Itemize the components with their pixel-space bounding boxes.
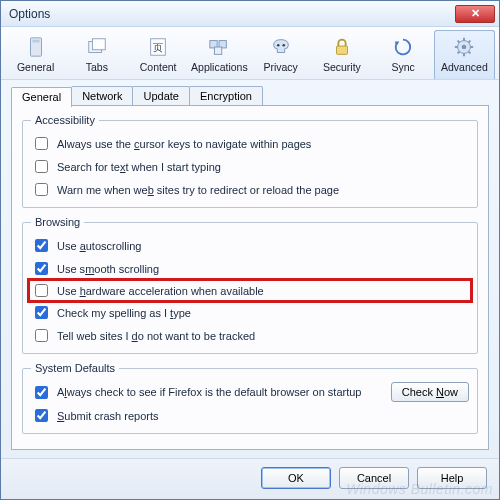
gear-icon [450, 35, 478, 59]
tab-label: Network [82, 90, 122, 102]
checkbox[interactable] [35, 160, 48, 173]
svg-rect-8 [215, 47, 222, 54]
tab-encryption[interactable]: Encryption [189, 86, 263, 106]
group-system-defaults: System Defaults Always check to see if F… [22, 362, 478, 434]
content-icon: 页 [144, 35, 172, 59]
checkbox-label[interactable]: Use autoscrolling [57, 240, 141, 252]
tabs-icon [83, 35, 111, 59]
toolbar-label: Tabs [86, 61, 108, 73]
checkbox[interactable] [35, 239, 48, 252]
opt-do-not-track: Tell web sites I do not want to be track… [31, 324, 469, 347]
toolbar-item-general[interactable]: General [5, 30, 66, 79]
opt-search-text: Search for text when I start typing [31, 155, 469, 178]
svg-rect-11 [336, 46, 347, 54]
checkbox-label[interactable]: Use smooth scrolling [57, 263, 159, 275]
toolbar-item-tabs[interactable]: Tabs [66, 30, 127, 79]
checkbox-label[interactable]: Use hardware acceleration when available [57, 285, 264, 297]
svg-rect-1 [32, 40, 39, 43]
toolbar-item-applications[interactable]: Applications [189, 30, 250, 79]
svg-point-10 [282, 44, 285, 47]
tab-label: Update [143, 90, 178, 102]
general-icon [22, 35, 50, 59]
checkbox-label[interactable]: Always check to see if Firefox is the de… [57, 386, 362, 398]
toolbar-item-content[interactable]: 页 Content [128, 30, 189, 79]
svg-line-22 [469, 41, 471, 43]
toolbar-label: General [17, 61, 54, 73]
group-legend: Accessibility [31, 114, 99, 126]
opt-hardware-acceleration: Use hardware acceleration when available [29, 280, 471, 301]
opt-default-browser: Always check to see if Firefox is the de… [31, 380, 469, 404]
checkbox-label[interactable]: Search for text when I start typing [57, 161, 221, 173]
group-legend: Browsing [31, 216, 84, 228]
toolbar-item-security[interactable]: Security [311, 30, 372, 79]
checkbox[interactable] [35, 386, 48, 399]
opt-check-spelling: Check my spelling as I type [31, 301, 469, 324]
svg-line-19 [458, 41, 460, 43]
category-toolbar: General Tabs 页 Content Applications Priv… [1, 27, 499, 80]
checkbox-label[interactable]: Always use the cursor keys to navigate w… [57, 138, 311, 150]
window-title: Options [9, 7, 50, 21]
opt-warn-redirect: Warn me when web sites try to redirect o… [31, 178, 469, 201]
svg-text:页: 页 [153, 42, 163, 53]
toolbar-item-privacy[interactable]: Privacy [250, 30, 311, 79]
toolbar-item-sync[interactable]: Sync [373, 30, 434, 79]
options-window: Options ✕ General Tabs 页 Content [0, 0, 500, 500]
lock-icon [328, 35, 356, 59]
group-legend: System Defaults [31, 362, 119, 374]
svg-line-20 [469, 52, 471, 54]
subtabs: General Network Update Encryption [11, 86, 489, 106]
checkbox-label[interactable]: Check my spelling as I type [57, 307, 191, 319]
toolbar-label: Privacy [263, 61, 297, 73]
applications-icon [205, 35, 233, 59]
toolbar-item-advanced[interactable]: Advanced [434, 30, 495, 79]
watermark: Windows Bulletin.com [346, 481, 493, 497]
checkbox-label[interactable]: Tell web sites I do not want to be track… [57, 330, 255, 342]
toolbar-label: Security [323, 61, 361, 73]
checkbox[interactable] [35, 306, 48, 319]
tab-label: General [22, 91, 61, 103]
ok-button[interactable]: OK [261, 467, 331, 489]
toolbar-label: Sync [391, 61, 414, 73]
body: General Network Update Encryption Access… [1, 80, 499, 458]
checkbox[interactable] [35, 409, 48, 422]
checkbox-label[interactable]: Submit crash reports [57, 410, 159, 422]
opt-autoscrolling: Use autoscrolling [31, 234, 469, 257]
svg-line-21 [458, 52, 460, 54]
opt-cursor-keys: Always use the cursor keys to navigate w… [31, 132, 469, 155]
check-now-button[interactable]: Check Now [391, 382, 469, 402]
window-buttons: ✕ [455, 5, 495, 23]
svg-point-14 [462, 45, 467, 50]
panel-general: Accessibility Always use the cursor keys… [11, 105, 489, 450]
group-accessibility: Accessibility Always use the cursor keys… [22, 114, 478, 208]
svg-rect-3 [92, 39, 105, 50]
checkbox[interactable] [35, 329, 48, 342]
checkbox[interactable] [35, 183, 48, 196]
toolbar-label: Advanced [441, 61, 488, 73]
tab-label: Encryption [200, 90, 252, 102]
tab-update[interactable]: Update [132, 86, 189, 106]
sync-icon [389, 35, 417, 59]
opt-crash-reports: Submit crash reports [31, 404, 469, 427]
group-browsing: Browsing Use autoscrolling Use smooth sc… [22, 216, 478, 354]
titlebar: Options ✕ [1, 1, 499, 27]
checkbox[interactable] [35, 284, 48, 297]
checkbox[interactable] [35, 262, 48, 275]
tab-general[interactable]: General [11, 87, 72, 107]
opt-smooth-scrolling: Use smooth scrolling [31, 257, 469, 280]
tab-network[interactable]: Network [71, 86, 133, 106]
checkbox[interactable] [35, 137, 48, 150]
close-button[interactable]: ✕ [455, 5, 495, 23]
toolbar-label: Content [140, 61, 177, 73]
svg-point-9 [277, 44, 280, 47]
privacy-icon [267, 35, 295, 59]
checkbox-label[interactable]: Warn me when web sites try to redirect o… [57, 184, 339, 196]
toolbar-label: Applications [191, 61, 248, 73]
